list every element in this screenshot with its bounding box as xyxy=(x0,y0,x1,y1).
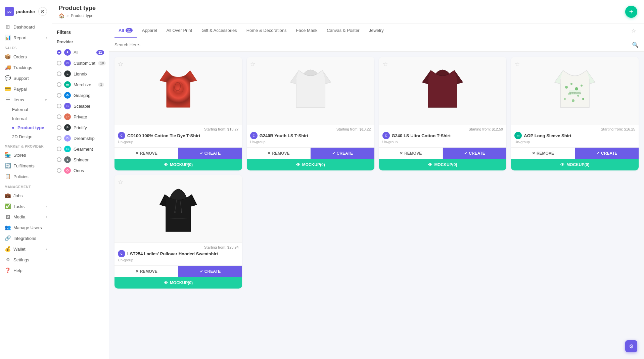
svg-point-7 xyxy=(582,98,584,100)
notifications-bell[interactable]: ⊙ xyxy=(38,7,47,16)
products-area: All 11 Apparel All Over Print Gift & Acc… xyxy=(109,23,644,359)
sidebar-item-orders[interactable]: 📦 Orders xyxy=(0,51,52,62)
provider-count-all: 11 xyxy=(96,50,104,55)
sidebar-sub-internal[interactable]: Internal xyxy=(0,114,52,123)
tab-all[interactable]: All 11 xyxy=(114,24,137,38)
filter-provider-lionnix[interactable]: L Lionnix xyxy=(52,68,109,79)
sidebar-sub-product-type[interactable]: Product type xyxy=(0,123,52,132)
help-icon: ❓ xyxy=(5,267,11,273)
sidebar-item-policies[interactable]: 📋 Policies xyxy=(0,171,52,182)
product-image-p5 xyxy=(156,180,200,238)
favorites-star[interactable]: ☆ xyxy=(629,23,639,38)
remove-button-p5[interactable]: ✕ REMOVE xyxy=(114,266,178,277)
filter-provider-private[interactable]: P Private xyxy=(52,111,109,122)
filter-provider-onos[interactable]: O Onos xyxy=(52,165,109,176)
add-product-button[interactable]: + xyxy=(625,6,637,18)
filter-panel: Filters Provider A All 11 C CustomCat 10… xyxy=(52,23,109,359)
filter-provider-dreamship[interactable]: D Dreamship xyxy=(52,133,109,144)
sidebar-item-items[interactable]: ☰ Items ∨ xyxy=(0,94,52,105)
favorite-star-p1[interactable]: ☆ xyxy=(118,60,123,68)
sidebar-item-paypal[interactable]: 💳 Paypal xyxy=(0,84,52,94)
filter-provider-printify[interactable]: P Printify xyxy=(52,122,109,133)
search-input[interactable] xyxy=(114,42,629,47)
main-area: Product type 🏠 » Product type + Filters … xyxy=(52,0,644,359)
product-image-wrap-p4: ☆ xyxy=(511,57,639,124)
filter-provider-merchize[interactable]: m Merchize 1 xyxy=(52,79,109,90)
create-check-icon-p3: ✓ xyxy=(464,151,467,156)
sidebar-item-jobs[interactable]: 💼 Jobs xyxy=(0,190,52,201)
tab-face-mask[interactable]: Face Mask xyxy=(292,24,322,38)
sidebar-item-integrations[interactable]: 🔗 Integrations xyxy=(0,233,52,244)
tab-jewelry[interactable]: Jewelry xyxy=(365,24,388,38)
mockup-button-p2[interactable]: 👁 MOCKUP(0) xyxy=(247,159,374,170)
remove-button-p3[interactable]: ✕ REMOVE xyxy=(379,148,443,159)
sidebar-sub-external[interactable]: External xyxy=(0,105,52,114)
create-button-p1[interactable]: ✓ CREATE xyxy=(178,148,242,159)
wallet-arrow: › xyxy=(46,247,47,251)
sidebar-item-trackings[interactable]: 🚚 Trackings xyxy=(0,62,52,73)
create-button-p4[interactable]: ✓ CREATE xyxy=(575,148,639,159)
sidebar-item-fulfilments[interactable]: 🔄 Fulfilments xyxy=(0,160,52,171)
tab-all-count: 11 xyxy=(126,28,133,33)
tab-face-mask-label: Face Mask xyxy=(296,28,318,33)
tab-canvas-poster-label: Canvas & Poster xyxy=(327,28,360,33)
mockup-label-p1: MOCKUP(0) xyxy=(170,162,193,167)
tab-gift-accessories[interactable]: Gift & Accessories xyxy=(197,24,241,38)
sidebar-item-help[interactable]: ❓ Help xyxy=(0,265,52,276)
settings-fab-icon: ⚙ xyxy=(629,343,634,350)
sidebar-item-settings[interactable]: ⚙ Settings xyxy=(0,254,52,265)
favorite-star-p3[interactable]: ☆ xyxy=(382,60,388,68)
filter-provider-geargag[interactable]: G Geargag xyxy=(52,90,109,101)
product-card-p3: ☆ Starting from: $12.59 C xyxy=(379,57,507,170)
provider-avatar-all: A xyxy=(64,49,71,56)
tab-all-over-print-label: All Over Print xyxy=(167,28,192,33)
create-label-p2: CREATE xyxy=(337,151,353,156)
tab-canvas-poster[interactable]: Canvas & Poster xyxy=(323,24,364,38)
sidebar-item-support[interactable]: 💬 Support xyxy=(0,73,52,84)
favorite-star-p5[interactable]: ☆ xyxy=(118,178,123,186)
sidebar-item-wallet[interactable]: 💰 Wallet › xyxy=(0,244,52,254)
sidebar-item-stores[interactable]: 🏪 Stores xyxy=(0,150,52,160)
filter-provider-shineon[interactable]: S Shineon xyxy=(52,154,109,165)
settings-fab-button[interactable]: ⚙ xyxy=(625,340,637,352)
product-image-p2 xyxy=(289,64,332,117)
filter-provider-all[interactable]: A All 11 xyxy=(52,47,109,58)
trackings-icon: 🚚 xyxy=(5,64,11,70)
product-name-p3: G240 LS Ultra Cotton T-Shirt xyxy=(392,133,451,138)
mockup-button-p5[interactable]: 👁 MOCKUP(0) xyxy=(114,277,242,289)
tab-home-decorations[interactable]: Home & Decorations xyxy=(242,24,291,38)
filter-provider-scalable[interactable]: S Scalable xyxy=(52,101,109,111)
create-button-p3[interactable]: ✓ CREATE xyxy=(443,148,506,159)
sidebar-sub-2d-design[interactable]: 2D Design xyxy=(0,132,52,141)
sidebar-label-dashboard: Dashboard xyxy=(13,24,35,30)
tab-all-over-print[interactable]: All Over Print xyxy=(163,24,196,38)
provider-count-merchize: 1 xyxy=(98,83,104,87)
remove-button-p1[interactable]: ✕ REMOVE xyxy=(114,148,178,159)
favorite-star-p4[interactable]: ☆ xyxy=(514,60,520,68)
provider-avatar-printify: P xyxy=(64,124,71,131)
jobs-icon: 💼 xyxy=(5,193,11,199)
remove-button-p4[interactable]: ✕ REMOVE xyxy=(511,148,575,159)
mockup-label-p2: MOCKUP(0) xyxy=(302,162,325,167)
favorite-star-p2[interactable]: ☆ xyxy=(250,60,256,68)
page-title: Product type xyxy=(59,5,96,12)
paypal-icon: 💳 xyxy=(5,86,11,92)
create-button-p2[interactable]: ✓ CREATE xyxy=(311,148,374,159)
remove-button-p2[interactable]: ✕ REMOVE xyxy=(247,148,311,159)
filter-provider-customcat[interactable]: C CustomCat 10 xyxy=(52,58,109,68)
policies-icon: 📋 xyxy=(5,173,11,180)
sidebar-item-manage-users[interactable]: 👥 Manage Users xyxy=(0,222,52,233)
create-button-p5[interactable]: ✓ CREATE xyxy=(178,266,242,277)
provider-label-onos: Onos xyxy=(74,168,84,173)
mockup-button-p3[interactable]: 👁 MOCKUP(0) xyxy=(379,159,507,170)
tab-apparel[interactable]: Apparel xyxy=(138,24,161,38)
filter-provider-gearment[interactable]: G Gearment xyxy=(52,144,109,154)
sidebar-item-report[interactable]: 📊 Report › xyxy=(0,32,52,43)
sidebar-item-tasks[interactable]: ✅ Tasks › xyxy=(0,201,52,212)
sidebar-item-media[interactable]: 🖼 Media › xyxy=(0,212,52,222)
sidebar-item-dashboard[interactable]: ⊞ Dashboard xyxy=(0,21,52,32)
mockup-button-p1[interactable]: 👁 MOCKUP(0) xyxy=(114,159,242,170)
mockup-eye-icon-p1: 👁 xyxy=(164,162,168,167)
sales-section-label: SALES xyxy=(0,43,52,51)
mockup-button-p4[interactable]: 👁 MOCKUP(0) xyxy=(511,159,639,170)
